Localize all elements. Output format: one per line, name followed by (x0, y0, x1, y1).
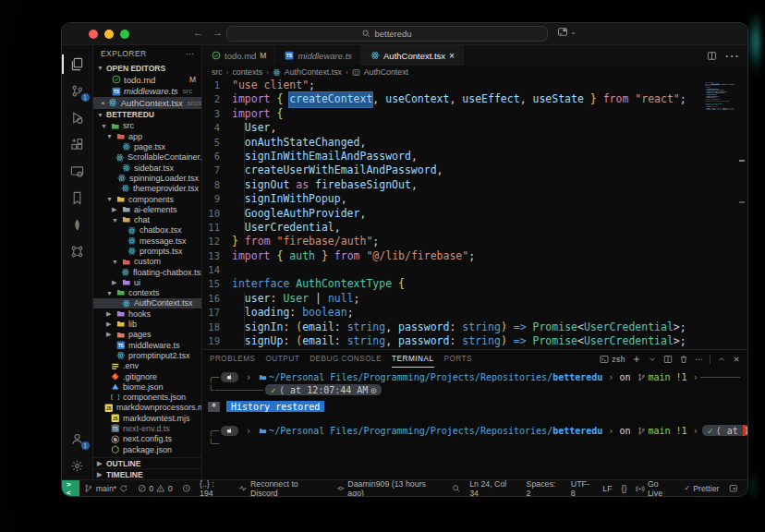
panel-tab-problems[interactable]: PROBLEMS (210, 350, 256, 368)
zoom-button[interactable] (120, 30, 129, 39)
code-line[interactable]: 16 user: User | null; (202, 292, 747, 306)
status-zoom-indicator[interactable] (447, 480, 466, 496)
status-eol[interactable]: LF (598, 480, 616, 496)
tree-item-custom[interactable]: ▼custom (93, 257, 201, 267)
open-editor-middleware.ts[interactable]: TSmiddleware.tssrc (93, 86, 201, 98)
activity-run-debug-icon[interactable] (62, 104, 93, 131)
code-line[interactable]: 18 signIn: (email: string, password: str… (202, 320, 747, 334)
open-editor-todo.md[interactable]: todo.mdM (93, 74, 201, 86)
code-line[interactable]: 19 signUp: (email: string, password: str… (202, 334, 747, 348)
tree-item-chatbox.tsx[interactable]: chatbox.tsx (93, 225, 201, 236)
tree-item-app[interactable]: ▼app (93, 131, 201, 141)
code-line[interactable]: 10 GoogleAuthProvider, (202, 207, 747, 221)
activity-project-graph-icon[interactable] (62, 238, 93, 265)
close-button[interactable] (89, 30, 98, 39)
activity-live-preview-icon[interactable] (62, 158, 93, 185)
code-line[interactable]: 4 User, (202, 121, 747, 135)
customize-layout-button[interactable]: ⌄ (557, 27, 577, 37)
status-cursor-position[interactable]: Ln 24, Col 34 (465, 480, 521, 496)
code-line[interactable]: 13import { auth } from "@/lib/firebase"; (202, 249, 747, 263)
code-line[interactable]: 6 signInWithEmailAndPassword, (202, 150, 747, 163)
tree-item-package.json[interactable]: package.json (93, 444, 201, 454)
tree-item-prompts.tsx[interactable]: prompts.tsx (93, 246, 201, 256)
code-line[interactable]: 7 createUserWithEmailAndPassword, (202, 163, 747, 177)
activity-accounts-icon[interactable]: 1 (62, 426, 93, 453)
status-notifications[interactable] (724, 480, 743, 496)
activity-settings-icon[interactable] (62, 453, 93, 479)
more-actions-icon[interactable]: ⋯ (695, 355, 704, 364)
tab-middleware.ts[interactable]: TSmiddleware.ts (275, 45, 361, 66)
open-editors-header[interactable]: ▼ OPEN EDITORS (93, 62, 201, 74)
tree-item-markdowntest.mjs[interactable]: JSmarkdowntest.mjs (93, 413, 201, 423)
split-editor-icon[interactable] (707, 51, 717, 61)
maximize-panel-icon[interactable] (717, 355, 726, 364)
tree-item-sidebar.tsx[interactable]: sidebar.tsx (93, 163, 201, 173)
code-line[interactable]: 12} from "firebase/auth"; (202, 235, 747, 248)
tree-item-contexts[interactable]: ▼contexts (93, 288, 201, 298)
breadcrumb-item[interactable]: src (212, 67, 223, 77)
panel-tab-terminal[interactable]: TERMINAL (392, 350, 433, 368)
activity-explorer-icon[interactable] (62, 51, 93, 78)
tree-item-floating-chatbox.tsx[interactable]: floating-chatbox.tsx (93, 267, 201, 277)
minimize-button[interactable] (104, 30, 114, 39)
tree-item-ScrollableContainer.tsx[interactable]: ScrollableContainer.tsx (93, 152, 201, 163)
outline-header[interactable]: ▶ OUTLINE (93, 457, 201, 468)
code-line[interactable]: 15interface AuthContextType { (202, 277, 747, 291)
code-line[interactable]: 3import { (202, 107, 747, 121)
tree-item-message.tsx[interactable]: message.tsx (93, 236, 201, 246)
panel-tab-ports[interactable]: PORTS (444, 350, 473, 368)
activity-source-control-icon[interactable]: 1 (62, 78, 93, 104)
close-icon[interactable]: × (449, 51, 455, 61)
code-line[interactable]: 2import { createContext, useContext, use… (202, 92, 747, 106)
code-line[interactable]: 11 UserCredential, (202, 221, 747, 235)
status-go-live[interactable]: Go Live (631, 480, 679, 496)
code-line[interactable]: 8 signOut as firebaseSignOut, (202, 178, 747, 192)
tree-item-ai-elements[interactable]: ▶ai-elements (93, 204, 201, 214)
tree-item-.gitignore[interactable]: .gitignore (93, 371, 201, 381)
more-actions-icon[interactable]: ⋯ (724, 47, 739, 65)
tree-item-promptinput2.tsx[interactable]: promptinput2.tsx (93, 350, 201, 360)
tree-item-ui[interactable]: ▶ui (93, 277, 201, 287)
terminal[interactable]: ╭─ › ~/Personal Files/Programming/Projec… (202, 368, 747, 479)
status-indentation[interactable]: Spaces: 2 (522, 480, 566, 496)
close-panel-icon[interactable]: ✕ (733, 355, 740, 364)
status-language-mode[interactable]: {} (617, 480, 632, 496)
back-button[interactable]: ← (193, 27, 203, 38)
tree-item-pages[interactable]: ▶pages (93, 330, 201, 340)
tree-item-chat[interactable]: ▼chat (93, 214, 201, 224)
panel-tab-output[interactable]: OUTPUT (266, 350, 300, 368)
status-pending[interactable] (177, 480, 196, 496)
status-encoding[interactable]: UTF-8 (566, 480, 598, 496)
tree-item-next.config.ts[interactable]: Nnext.config.ts (93, 434, 201, 444)
status-problems[interactable]: 00 (133, 480, 177, 496)
tab-AuthContext.tsx[interactable]: AuthContext.tsx× (361, 45, 464, 66)
code-line[interactable]: 14 (202, 263, 747, 277)
status-bracket-count[interactable]: {..} : 194 (195, 480, 234, 496)
explorer-more-icon[interactable]: ⋯ (186, 49, 194, 58)
panel-tab-debug-console[interactable]: DEBUG CONSOLE (310, 350, 382, 368)
tree-item-biome.json[interactable]: biome.json (93, 381, 201, 392)
status-discord[interactable]: Reconnect to Discord (234, 480, 331, 496)
forward-button[interactable]: → (212, 27, 223, 38)
activity-bookmarks-icon[interactable] (62, 185, 93, 212)
activity-mongodb-icon[interactable] (62, 212, 93, 238)
code-editor[interactable]: 1"use client";2import { createContext, u… (202, 79, 747, 349)
tree-item-components[interactable]: ▼components (93, 194, 201, 204)
status-prettier[interactable]: ✓Prettier (679, 480, 723, 496)
code-line[interactable]: 1"use client"; (202, 79, 747, 92)
new-terminal-icon[interactable] (632, 355, 641, 364)
tree-item-spinningLoader.tsx[interactable]: spinningLoader.tsx (93, 173, 201, 183)
command-center-search[interactable]: betteredu (226, 26, 548, 42)
tree-item-hooks[interactable]: ▶hooks (93, 308, 201, 319)
tree-item-AuthContext.tsx[interactable]: AuthContext.tsx (93, 298, 201, 308)
breadcrumb-item[interactable]: contexts (232, 67, 262, 77)
code-line[interactable]: 9 signInWithPopup, (202, 192, 747, 206)
code-line[interactable]: 5 onAuthStateChanged, (202, 136, 747, 150)
code-line[interactable]: 17 loading: boolean; (202, 306, 747, 320)
kill-terminal-icon[interactable] (679, 355, 688, 364)
breadcrumb[interactable]: src›contexts›AuthContext.tsx›{}AuthConte… (202, 66, 747, 79)
minimap[interactable]: 1"use client";2import { createContext, u… (705, 82, 735, 267)
tree-item-page.tsx[interactable]: page.tsx (93, 141, 201, 151)
tree-item-markdownprocessors.mjs[interactable]: JSmarkdownprocessors.mjs (93, 403, 201, 413)
terminal-instance-label[interactable]: zsh (600, 355, 625, 364)
